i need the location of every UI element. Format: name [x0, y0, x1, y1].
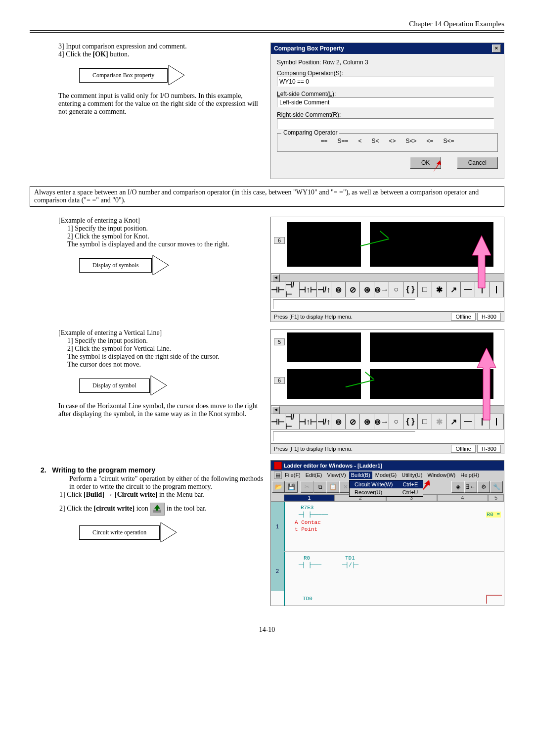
tool-2[interactable]: ⊣↑⊢ [300, 282, 317, 297]
toolbar: 📂 💾 ✂ ⧉ 📋 ✕ Circuit Write(W)Ctrl+E Recov… [271, 480, 504, 494]
tool-9[interactable]: { } [403, 282, 418, 297]
mdi-icon[interactable]: ▤ [274, 472, 282, 479]
screenshot-knot: 6 ◄ ⊣⊢ ⊣/⊢ ⊣↑⊢ ⊣/↑ ⊚ ⊘ ⊛ ⊚→ ○ [270, 217, 504, 322]
tool-10[interactable]: □ [418, 282, 432, 297]
knot-step2: 2] Click the symbol for Knot. [67, 233, 264, 240]
knot-step1: 1] Specify the input position. [67, 225, 264, 233]
comparing-op-label: Comparing Operation(S): [277, 70, 498, 77]
menu-utility[interactable]: Utility(U) [400, 472, 424, 479]
op-slt[interactable]: S< [371, 138, 379, 144]
status-model: H-300 [477, 313, 501, 321]
save-icon[interactable]: 💾 [285, 481, 298, 493]
menu-file[interactable]: File(F) [283, 472, 303, 479]
tb-c[interactable]: ⚙ [477, 481, 490, 493]
callout-comparison-box: Comparison Box property [79, 64, 264, 86]
tb-d[interactable]: 🔧 [490, 481, 503, 493]
left-comment-label: Left-side Comment(L): [277, 91, 498, 97]
screenshot-vline: 5 6 ◄ ⊣⊢ ⊣/⊢ ⊣↑⊢ ⊣/↑ ⊚ ⊘ ⊛ [270, 329, 504, 454]
cancel-button[interactable]: Cancel [457, 157, 498, 169]
note-io-comment: The comment input is valid only for I/O … [58, 92, 264, 116]
menu-edit[interactable]: Edit(E) [304, 472, 324, 479]
pink-arrow-icon [468, 233, 495, 291]
open-icon[interactable]: 📂 [272, 481, 285, 493]
red-arrow-icon [431, 160, 444, 173]
op-eq[interactable]: == [320, 138, 327, 144]
comparing-operator-group: Comparing Operator == S== < S< <> S<> <=… [277, 133, 498, 152]
callout-display-symbols: Display of symbols [79, 254, 264, 276]
op-lt[interactable]: < [358, 138, 361, 144]
arrow-icon [168, 64, 189, 86]
window-title: Ladder editor for Windows - [Ladder1] [284, 463, 382, 469]
vline-heading: [Example of entering a Vertical Line] [58, 329, 264, 337]
page-number: 14-10 [30, 626, 504, 634]
tool-6[interactable]: ⊛ [360, 282, 374, 297]
left-comment-input[interactable]: Left-side Comment [277, 97, 494, 107]
tool-7[interactable]: ⊚→ [374, 282, 389, 297]
tool-8[interactable]: ○ [389, 282, 403, 297]
dialog-title: Comparing Box Property [274, 45, 344, 52]
circuit-write-icon[interactable] [150, 503, 165, 516]
knot-heading: [Example of entering a Knot] [58, 217, 264, 225]
scroll-left-icon[interactable]: ◄ [272, 406, 280, 414]
vline-step1: 1] Specify the input position. [67, 337, 264, 345]
header-rule [30, 30, 504, 33]
op-seq[interactable]: S== [337, 138, 348, 144]
knot-desc: The symbol is displayed and the cursor m… [67, 240, 264, 248]
vline-step2: 2] Click the symbol for Vertical Line. [67, 345, 264, 353]
tb-a[interactable]: ◈ [451, 481, 464, 493]
comparing-op-input[interactable]: WY10 == 0 [277, 77, 494, 87]
menu-recover[interactable]: Recover(U)Ctrl+U [350, 488, 423, 496]
sec2-step1: 1] Click [Build] → [Circuit write] in th… [59, 491, 264, 499]
status-text: Press [F1] to display Help menu. [274, 314, 353, 320]
paste-icon[interactable]: 📋 [326, 481, 339, 493]
section-2-intro: Perform a "circuit write" operation by e… [69, 475, 264, 491]
menu-view[interactable]: View(V) [325, 472, 348, 479]
section-2-title: 2. Writing to the program memory [41, 466, 264, 474]
ladder-editor-window: Ladder editor for Windows - [Ladder1] ▤ … [270, 460, 504, 606]
right-comment-input[interactable] [277, 118, 494, 129]
chapter-heading: Chapter 14 Operation Examples [30, 20, 504, 28]
callout-display-symbol: Display of symbol [79, 375, 264, 396]
copy-icon[interactable]: ⧉ [313, 481, 326, 493]
comparing-box-dialog: Comparing Box Property × Symbol Position… [270, 43, 504, 179]
space-note: Always enter a space between an I/O numb… [30, 186, 504, 207]
command-input[interactable] [273, 299, 415, 309]
symbol-toolbar-2: ⊣⊢ ⊣/⊢ ⊣↑⊢ ⊣/↑ ⊚ ⊘ ⊛ ⊚→ ○ { } □ ✱ ↗ — | … [271, 414, 504, 429]
cut-icon: ✂ [301, 481, 313, 493]
scroll-left-icon[interactable]: ◄ [272, 274, 280, 282]
build-dropdown: Circuit Write(W)Ctrl+E Recover(U)Ctrl+U [349, 480, 423, 497]
tool-4[interactable]: ⊚ [331, 282, 346, 297]
status-offline: Offline [451, 313, 476, 321]
tool-1[interactable]: ⊣/⊢ [285, 282, 300, 297]
menu-window[interactable]: Window(W) [425, 472, 457, 479]
vline-desc: The symbol is displayed on the right sid… [67, 353, 264, 361]
sec2-step2: 2] Click the [circuit write] icon in the… [59, 503, 264, 516]
tool-11[interactable]: ✱ [432, 282, 446, 297]
pink-arrow-icon [473, 345, 500, 423]
menu-build[interactable]: Build(B) [349, 472, 372, 479]
op-sle[interactable]: S<= [444, 138, 454, 144]
vline-desc2: The cursor does not move. [67, 361, 264, 369]
callout-circuit-write: Circuit write operation [79, 521, 264, 543]
tool-3[interactable]: ⊣/↑ [317, 282, 331, 297]
menu-mode[interactable]: Mode(G) [373, 472, 399, 479]
op-ne[interactable]: <> [389, 138, 396, 144]
tb-b[interactable]: ∃← [464, 481, 477, 493]
right-comment-label: Right-side Comment(R): [277, 111, 498, 118]
ok-button[interactable]: OK [410, 157, 441, 169]
symbol-position: Symbol Position: Row 2, Column 3 [277, 59, 498, 66]
menu-bar: ▤ File(F) Edit(E) View(V) Build(B) Mode(… [271, 471, 504, 480]
step-3: 3] Input comparison expression and comme… [58, 43, 264, 50]
app-icon [274, 462, 282, 470]
tool-5[interactable]: ⊘ [346, 282, 360, 297]
op-le[interactable]: <= [427, 138, 434, 144]
close-icon[interactable]: × [492, 45, 501, 52]
tool-12[interactable]: ↗ [446, 282, 461, 297]
op-sne[interactable]: S<> [406, 138, 417, 144]
menu-circuit-write[interactable]: Circuit Write(W)Ctrl+E [350, 480, 423, 488]
menu-help[interactable]: Help(H) [458, 472, 481, 479]
ladder-canvas[interactable]: 1 2 R7E3 ─┤ ├───── A Contac t Point R0 =… [271, 502, 504, 606]
tool-0[interactable]: ⊣⊢ [271, 282, 285, 297]
vline-tail: In case of the Horizontal Line symbol, t… [58, 402, 264, 418]
command-input-2[interactable] [273, 431, 415, 441]
